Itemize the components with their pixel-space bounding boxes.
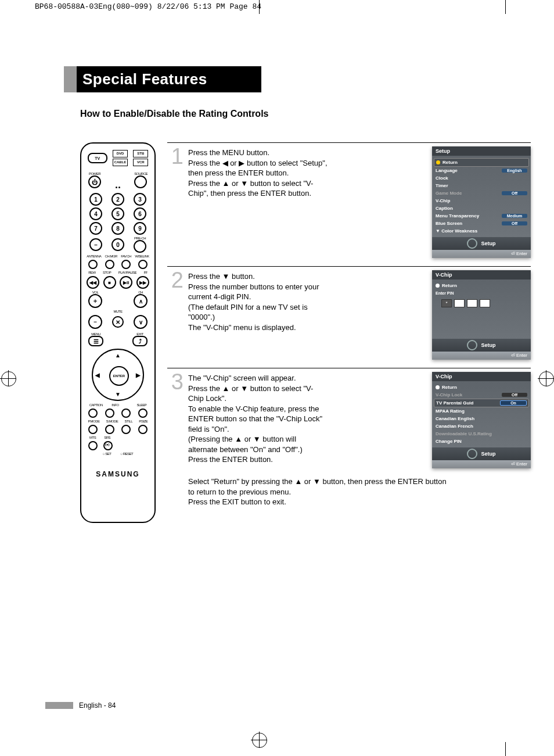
crop-mark (505, 0, 506, 14)
step-text: The "V-Chip" screen will appear. Press t… (188, 372, 328, 465)
section-title: Special Features (77, 66, 261, 92)
step-text: Press the ▼ button. Press the number but… (188, 270, 328, 332)
print-header: BP68-00588A-03Eng(080~099) 8/22/06 5:13 … (0, 0, 554, 11)
section-subtitle: How to Enable/Disable the Rating Control… (80, 109, 554, 119)
osd-vchip-menu: V-Chip Return V-Chip LockOff TV Parental… (432, 372, 531, 468)
step-number: 2 (167, 270, 184, 290)
page-footer: English - 84 (80, 701, 116, 710)
registration-mark (0, 378, 16, 395)
remote-control-illustration: TV DVD CABLE STB VCR POWER⏻ SOURCE 123 4… (80, 142, 156, 523)
section-title-bar: Special Features (64, 66, 261, 92)
osd-setup-menu: Setup Return LanguageEnglish Clock Timer… (432, 146, 531, 258)
crop-mark (259, 0, 260, 14)
step-extra-text: Select "Return" by pressing the ▲ or ▼ b… (188, 476, 449, 507)
step-number: 1 (167, 146, 184, 166)
registration-mark (538, 378, 554, 395)
crop-mark (505, 742, 506, 756)
registration-mark (251, 740, 267, 756)
osd-vchip-pin: V-Chip Return Enter PIN * Setup ⏎ Enter (432, 270, 531, 360)
step-number: 3 (167, 372, 184, 392)
step-text: Press the MENU button. Press the ◀ or ▶ … (188, 146, 328, 199)
